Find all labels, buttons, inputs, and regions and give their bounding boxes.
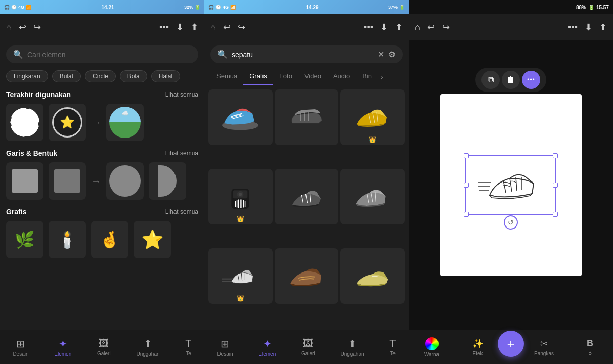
redo-icon-mid[interactable]: ↪	[238, 22, 245, 33]
undo-icon-mid[interactable]: ↩	[223, 22, 231, 33]
shoe-cell-7[interactable]: 👑	[208, 248, 273, 304]
grafis-link[interactable]: Lihat semua	[165, 208, 198, 215]
copy-button[interactable]: ⧉	[481, 71, 500, 89]
shoe-cell-4[interactable]: 👑	[208, 169, 273, 224]
search-bar-mid[interactable]: 🔍 ✕ ⚙	[210, 46, 403, 63]
tab-audio[interactable]: Audio	[327, 68, 356, 85]
more-icon-left[interactable]: •••	[159, 22, 169, 33]
nav-elemen-left[interactable]: ✦ Elemen	[50, 336, 75, 359]
more-icon-right[interactable]: •••	[568, 22, 578, 33]
tab-foto[interactable]: Foto	[273, 68, 298, 85]
recently-badge-white[interactable]	[6, 104, 43, 141]
delete-button[interactable]: 🗑	[502, 71, 520, 89]
canvas-white: ⧉ 🗑 •••	[440, 94, 582, 276]
chip-lingkaran[interactable]: Lingkaran	[6, 70, 48, 82]
clear-icon-mid[interactable]: ✕	[378, 50, 384, 59]
handle-top-right[interactable]	[553, 153, 558, 158]
unggahan-icon-left: ⬆	[144, 338, 152, 350]
handle-mid-right[interactable]	[553, 183, 558, 188]
download-icon-left[interactable]: ⬇	[176, 22, 184, 33]
chip-bulat[interactable]: Bulat	[52, 70, 81, 82]
toolbar-icons-left: ⌂ ↩ ↪	[6, 22, 41, 33]
more-options-button[interactable]: •••	[522, 71, 540, 89]
handle-bottom-left[interactable]	[464, 212, 469, 217]
shape-rect-2[interactable]	[49, 162, 86, 200]
shape-rect-1[interactable]	[6, 162, 43, 200]
nav-unggahan-mid[interactable]: ⬆ Unggahan	[336, 336, 368, 359]
download-icon-right[interactable]: ⬇	[585, 22, 592, 33]
nav-galeri-mid[interactable]: 🖼 Galeri	[297, 336, 319, 358]
desain-icon-mid: ⊞	[221, 338, 229, 350]
shoe-cell-6[interactable]	[340, 169, 405, 224]
shapes-link[interactable]: Lihat semua	[165, 150, 198, 157]
nav-galeri-left[interactable]: 🖼 Galeri	[93, 336, 115, 358]
shoe-cell-1[interactable]	[208, 89, 273, 145]
redo-icon-right[interactable]: ↪	[442, 22, 450, 33]
share-icon-right[interactable]: ⬆	[599, 22, 607, 33]
headphone-icon-mid: 🎧	[208, 5, 214, 10]
galeri-label-left: Galeri	[97, 351, 111, 356]
tab-semua[interactable]: Semua	[210, 68, 243, 85]
wifi-icon: 📶	[26, 5, 31, 10]
nav-te-left[interactable]: T Te	[181, 336, 195, 358]
shape-half[interactable]	[149, 162, 186, 200]
desain-label-mid: Desain	[217, 351, 233, 357]
more-icon-mid[interactable]: •••	[364, 22, 373, 33]
selected-element[interactable]: ↺	[465, 155, 556, 215]
redo-icon-left[interactable]: ↪	[33, 22, 41, 33]
nav-warna[interactable]: Warna	[418, 335, 446, 359]
home-icon-mid[interactable]: ⌂	[210, 22, 216, 33]
nav-te-mid[interactable]: T Te	[385, 336, 400, 358]
search-input-left[interactable]	[27, 51, 191, 59]
search-bar-left[interactable]: 🔍	[6, 46, 198, 63]
recently-badge-star[interactable]: ⭐	[49, 104, 86, 141]
chip-circle[interactable]: Circle	[85, 70, 116, 82]
grafis-leaf[interactable]: 🌿	[6, 221, 43, 258]
recently-used-link[interactable]: Lihat semua	[165, 91, 198, 98]
undo-icon-left[interactable]: ↩	[19, 22, 26, 33]
grafis-hand[interactable]: 🤞	[91, 221, 128, 258]
grafis-header: Grafis Lihat semua	[0, 204, 204, 219]
tab-grafis[interactable]: Grafis	[243, 68, 273, 85]
grafis-star[interactable]: ⭐	[134, 221, 171, 258]
home-icon-left[interactable]: ⌂	[6, 22, 12, 33]
svg-point-15	[239, 193, 242, 196]
shoe-svg-6	[353, 179, 393, 214]
tab-bin[interactable]: Bin	[356, 68, 378, 85]
filter-icon-mid[interactable]: ⚙	[388, 50, 396, 59]
rotate-handle[interactable]: ↺	[504, 215, 518, 230]
share-icon-mid[interactable]: ⬆	[395, 22, 403, 33]
handle-top-left[interactable]	[464, 153, 469, 158]
grafis-candle[interactable]: 🕯️	[49, 221, 86, 258]
nav-desain-left[interactable]: ⊞ Desain	[9, 336, 32, 359]
recently-circle-scene[interactable]: ☁️	[106, 104, 144, 141]
share-icon-left[interactable]: ⬆	[191, 22, 198, 33]
nav-pangkas[interactable]: ✂ Pangkas	[530, 336, 558, 358]
shoe-cell-5[interactable]	[275, 169, 339, 224]
shoe-svg-4	[220, 179, 260, 214]
shoe-cell-3[interactable]: 👑	[340, 89, 405, 145]
chip-bola[interactable]: Bola	[120, 70, 147, 82]
chip-halal[interactable]: Halal	[151, 70, 180, 82]
shoe-cell-8[interactable]	[275, 248, 339, 304]
tabs-more-arrow[interactable]: ›	[378, 73, 386, 81]
nav-elemen-mid[interactable]: ✦ Elemen	[254, 336, 280, 359]
shoe-cell-2[interactable]	[275, 89, 339, 145]
nav-unggahan-left[interactable]: ⬆ Unggahan	[132, 336, 163, 359]
nav-desain-mid[interactable]: ⊞ Desain	[213, 336, 237, 359]
nav-efek[interactable]: ✨ Efek	[464, 336, 492, 358]
tab-video[interactable]: Video	[298, 68, 327, 85]
search-input-mid[interactable]	[232, 51, 374, 59]
handle-mid-left[interactable]	[464, 183, 469, 188]
canvas-shoe-svg	[475, 162, 546, 208]
shapes-header: Garis & Bentuk Lihat semua	[0, 145, 204, 160]
undo-icon-right[interactable]: ↩	[427, 22, 435, 33]
shoe-cell-9[interactable]	[340, 248, 405, 304]
nav-b[interactable]: B B	[576, 336, 604, 358]
fab-add-button[interactable]: +	[498, 331, 524, 357]
home-icon-right[interactable]: ⌂	[415, 22, 420, 33]
shape-circle[interactable]	[106, 162, 144, 200]
handle-bottom-right[interactable]	[553, 212, 558, 217]
download-icon-mid[interactable]: ⬇	[380, 22, 388, 33]
arrow-connector-2: →	[91, 175, 101, 187]
